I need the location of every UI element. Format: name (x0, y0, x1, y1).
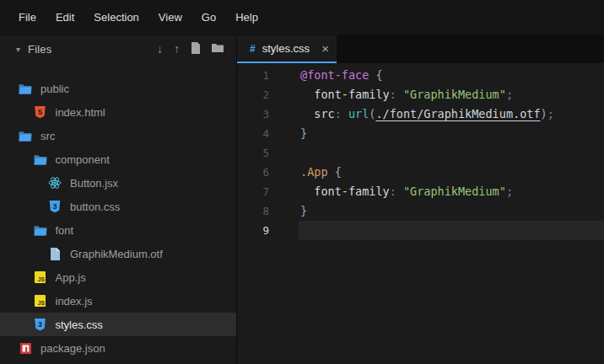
js-icon: JS (34, 270, 47, 284)
tree-item-index-html[interactable]: 5index.html (0, 100, 236, 124)
line-number: 1 (237, 66, 299, 85)
code-line-4[interactable]: 4} (237, 124, 604, 143)
tab-bar: # styles.css × (237, 35, 604, 63)
folder-icon (34, 223, 47, 237)
menu-item-help[interactable]: Help (235, 11, 258, 24)
tree-item-label: index.js (56, 295, 93, 308)
new-file-icon[interactable] (191, 42, 201, 56)
tree-item-package-json[interactable]: package.json (0, 336, 236, 360)
explorer-actions: ↓↑ (157, 42, 224, 56)
line-number: 5 (237, 143, 299, 163)
line-number: 8 (237, 201, 299, 221)
menu-item-view[interactable]: View (159, 11, 182, 24)
js-icon: JS (34, 294, 47, 308)
html-icon: 5 (34, 105, 47, 119)
close-tab-icon[interactable]: × (321, 42, 329, 55)
tree-item-label: package.json (40, 342, 105, 355)
code-line-2[interactable]: 2 font-family: "GraphikMedium"; (237, 85, 604, 104)
new-folder-icon[interactable] (212, 43, 224, 56)
npm-icon (19, 341, 32, 355)
tree-item-label: font (56, 224, 74, 237)
code-editor-window: FileEditSelectionViewGoHelp ▾ Files ↓↑ p… (0, 0, 604, 364)
line-number: 2 (237, 85, 299, 104)
code-line-content: @font-face { (299, 66, 604, 85)
css-icon: 3 (34, 318, 47, 331)
main-area: ▾ Files ↓↑ public5index.html src compone… (0, 35, 604, 364)
tree-item-label: GraphikMedium.otf (70, 248, 163, 260)
tree-item-button-jsx[interactable]: Button.jsx (0, 171, 236, 195)
folder-icon (34, 153, 47, 166)
code-line-3[interactable]: 3 src: url(./font/GraphikMedium.otf); (237, 104, 604, 124)
tree-item-app-js[interactable]: JSApp.js (0, 265, 236, 289)
tab-label: styles.css (262, 42, 310, 55)
menu-item-file[interactable]: File (19, 11, 36, 24)
code-line-content: .App { (299, 163, 604, 182)
tree-item-public[interactable]: public (0, 77, 236, 100)
code-line-7[interactable]: 7 font-family: "GraphikMedium"; (237, 182, 604, 201)
arrow-up-icon[interactable]: ↑ (174, 43, 180, 56)
folder-icon (19, 82, 32, 95)
tree-item-label: public (40, 83, 69, 95)
tree-item-component[interactable]: component (0, 147, 236, 171)
line-number: 4 (237, 124, 299, 143)
tree-item-index-js[interactable]: JSindex.js (0, 289, 236, 313)
code-line-content: font-family: "GraphikMedium"; (299, 182, 604, 201)
tree-item-font[interactable]: font (0, 218, 236, 242)
menu-item-edit[interactable]: Edit (56, 11, 74, 24)
line-number: 6 (237, 163, 299, 182)
files-panel-header: ▾ Files ↓↑ (0, 35, 236, 63)
code-line-1[interactable]: 1@font-face { (237, 66, 604, 85)
line-number: 7 (237, 182, 299, 201)
files-panel-title: Files (28, 43, 51, 56)
chevron-down-icon[interactable]: ▾ (16, 45, 20, 54)
tree-item-button-css[interactable]: 3button.css (0, 195, 236, 218)
file-tree: public5index.html src component Button.j… (0, 63, 236, 364)
menu-bar: FileEditSelectionViewGoHelp (0, 0, 604, 35)
code-line-content: font-family: "GraphikMedium"; (299, 85, 604, 104)
tree-item-label: App.js (56, 271, 86, 284)
code-line-content: src: url(./font/GraphikMedium.otf); (299, 104, 604, 124)
code-line-content: } (299, 124, 604, 143)
tree-item-label: src (40, 130, 55, 142)
menu-item-go[interactable]: Go (202, 11, 216, 24)
tree-item-label: component (56, 153, 110, 166)
arrow-down-icon[interactable]: ↓ (157, 43, 163, 56)
code-editor[interactable]: 1@font-face {2 font-family: "GraphikMedi… (237, 63, 604, 364)
tree-item-label: Button.jsx (70, 177, 118, 190)
react-icon (48, 176, 62, 190)
tree-item-styles-css[interactable]: 3styles.css (0, 313, 236, 336)
code-line-content (299, 143, 604, 163)
line-number: 9 (237, 221, 299, 240)
tree-item-label: button.css (70, 201, 120, 213)
file-icon (48, 247, 62, 260)
css-file-icon: # (250, 43, 256, 55)
tree-item-graphikmedium-otf[interactable]: GraphikMedium.otf (0, 242, 236, 265)
css-icon: 3 (48, 200, 62, 213)
tree-item-label: index.html (56, 106, 105, 119)
tree-item-label: styles.css (56, 318, 103, 331)
editor-column: # styles.css × 1@font-face {2 font-famil… (237, 35, 604, 364)
tab-styles-css[interactable]: # styles.css × (237, 35, 337, 63)
line-number: 3 (237, 104, 299, 124)
code-line-6[interactable]: 6.App { (237, 163, 604, 182)
code-line-content (299, 221, 604, 240)
menu-item-selection[interactable]: Selection (94, 11, 138, 24)
folder-icon (19, 129, 32, 142)
code-line-5[interactable]: 5 (237, 143, 604, 163)
code-line-8[interactable]: 8} (237, 201, 604, 221)
file-explorer-sidebar: ▾ Files ↓↑ public5index.html src compone… (0, 35, 237, 364)
code-line-9[interactable]: 9 (237, 221, 604, 240)
code-line-content: } (299, 201, 604, 221)
tree-item-src[interactable]: src (0, 124, 236, 147)
